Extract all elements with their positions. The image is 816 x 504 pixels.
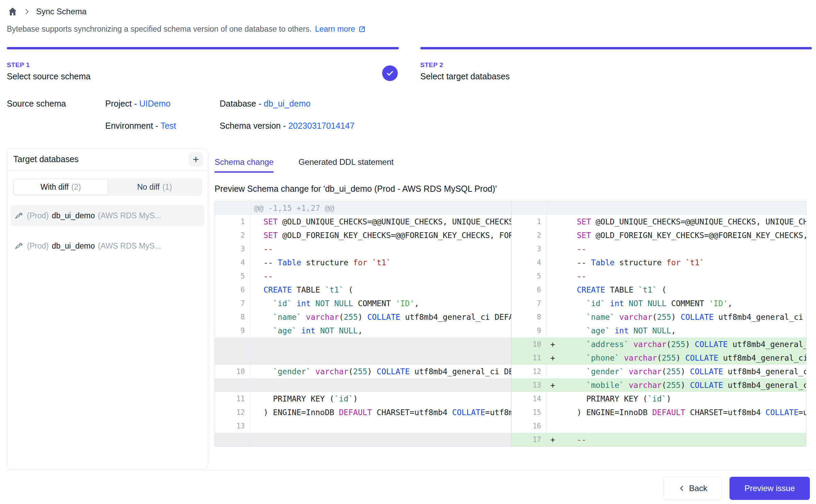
code-line: ) ENGINE=InnoDB DEFAULT CHARSET=utf8mb4 …: [251, 406, 511, 419]
code-line: [251, 419, 511, 433]
code-line: `name` varchar(255) COLLATE utf8mb4_gene…: [251, 310, 511, 324]
code-line: ) ENGINE=InnoDB DEFAULT CHARSET=utf8mb4 …: [564, 406, 806, 419]
code-line: `mobile` varchar(255) COLLATE utf8mb4_ge…: [564, 378, 806, 392]
code-line: `name` varchar(255) COLLATE utf8mb4_gene…: [564, 310, 806, 324]
line-number: 3: [215, 242, 251, 256]
line-number: 8: [215, 310, 251, 324]
code-line: [251, 378, 511, 392]
line-number: 4: [511, 256, 547, 269]
target-database-item[interactable]: (Prod) db_ui_demo (AWS RDS MyS...: [11, 235, 204, 256]
code-line: `gender` varchar(255) COLLATE utf8mb4_ge…: [251, 365, 511, 378]
line-number: 2: [511, 229, 547, 242]
diff-row: 17+--: [215, 433, 806, 446]
database-link[interactable]: db_ui_demo: [264, 99, 311, 108]
code-line: [251, 433, 511, 446]
code-line: PRIMARY KEY (`id`): [564, 392, 806, 406]
code-line: `address` varchar(255) COLLATE utf8mb4_g…: [564, 337, 806, 351]
diff-row: 3--3--: [215, 242, 806, 256]
diff-row: 8 `name` varchar(255) COLLATE utf8mb4_ge…: [215, 310, 806, 324]
project-link[interactable]: UIDemo: [139, 99, 171, 108]
source-project-field: Project - UIDemo: [105, 99, 171, 109]
diff-marker: [547, 256, 564, 269]
source-schema-version-field: Schema version - 20230317014147: [220, 121, 355, 131]
diff-hunk-header-row: @@ -1,15 +1,27 @@: [215, 201, 806, 215]
step2-label: STEP 2: [420, 61, 443, 69]
code-line: SET @OLD_FOREIGN_KEY_CHECKS=@@FOREIGN_KE…: [564, 229, 806, 242]
description-text: Bytebase supports synchronizing a specif…: [7, 25, 312, 34]
diff-row: 10 `gender` varchar(255) COLLATE utf8mb4…: [215, 365, 806, 378]
diff-row: 6CREATE TABLE `t1` (6CREATE TABLE `t1` (: [215, 283, 806, 297]
line-number: 11: [511, 351, 547, 365]
diff-marker: [547, 297, 564, 310]
mysql-icon: [15, 241, 24, 251]
line-number: 11: [215, 392, 251, 406]
line-number: 12: [511, 365, 547, 378]
code-line: [251, 351, 511, 365]
code-line: -- Table structure for `t1`: [251, 256, 511, 269]
code-line: SET @OLD_UNIQUE_CHECKS=@@UNIQUE_CHECKS, …: [564, 215, 806, 229]
diff-row: 5--5--: [215, 269, 806, 283]
code-line: --: [251, 269, 511, 283]
target-databases-title: Target databases: [13, 154, 79, 164]
step1-title: Select source schema: [7, 72, 91, 81]
line-number: 7: [511, 297, 547, 310]
code-line: `id` int NOT NULL COMMENT 'ID',: [564, 297, 806, 310]
line-number: 3: [511, 242, 547, 256]
diff-row: 2SET @OLD_FOREIGN_KEY_CHECKS=@@FOREIGN_K…: [215, 229, 806, 242]
diff-row: 13+ `mobile` varchar(255) COLLATE utf8mb…: [215, 378, 806, 392]
preview-issue-button[interactable]: Preview issue: [729, 477, 810, 500]
diff-marker: +: [547, 337, 564, 351]
chevron-left-icon: [678, 485, 686, 492]
target-database-item[interactable]: (Prod) db_ui_demo (AWS RDS MyS...: [11, 205, 204, 226]
code-line: --: [251, 242, 511, 256]
tab-generated-ddl[interactable]: Generated DDL statement: [298, 157, 393, 173]
tab-schema-change[interactable]: Schema change: [215, 157, 273, 173]
diff-row: 11 PRIMARY KEY (`id`)14 PRIMARY KEY (`id…: [215, 392, 806, 406]
diff-marker: [547, 201, 564, 215]
line-number: 4: [215, 256, 251, 269]
line-number: 13: [215, 419, 251, 433]
diff-marker: [547, 365, 564, 378]
line-number: 2: [215, 229, 251, 242]
diff-row: 12) ENGINE=InnoDB DEFAULT CHARSET=utf8mb…: [215, 406, 806, 419]
back-button[interactable]: Back: [663, 477, 722, 500]
diff-marker: [547, 324, 564, 337]
step1-completed-icon: [382, 65, 398, 81]
diff-marker: [547, 392, 564, 406]
line-number: 10: [215, 365, 251, 378]
mysql-icon: [15, 211, 24, 220]
code-line: --: [564, 433, 806, 446]
diff-marker: [547, 242, 564, 256]
add-target-database-button[interactable]: +: [189, 152, 203, 167]
environment-link[interactable]: Test: [160, 121, 176, 130]
line-number: [215, 433, 251, 446]
line-number-gutter: [215, 201, 251, 215]
diff-marker: [547, 215, 564, 229]
target-databases-panel: Target databases + With diff(2) No diff(…: [7, 148, 208, 469]
home-icon[interactable]: [7, 6, 18, 17]
line-number-gutter: [511, 201, 547, 215]
code-line: `phone` varchar(255) COLLATE utf8mb4_gen…: [564, 351, 806, 365]
learn-more-link[interactable]: Learn more: [315, 25, 366, 34]
source-schema-label: Source schema: [7, 99, 66, 109]
line-number: 8: [511, 310, 547, 324]
source-environment-field: Environment - Test: [105, 121, 176, 131]
tab-with-diff[interactable]: With diff(2): [14, 179, 108, 195]
code-line: [564, 419, 806, 433]
diff-marker: +: [547, 351, 564, 365]
line-number: 13: [511, 378, 547, 392]
diff-marker: [547, 283, 564, 297]
line-number: 1: [511, 215, 547, 229]
line-number: 6: [215, 283, 251, 297]
line-number: [215, 337, 251, 351]
diff-row: 9 `age` int NOT NULL,9 `age` int NOT NUL…: [215, 324, 806, 337]
schema-version-link[interactable]: 20230317014147: [288, 121, 355, 130]
tab-no-diff[interactable]: No diff(1): [108, 179, 202, 195]
diff-row: 10+ `address` varchar(255) COLLATE utf8m…: [215, 337, 806, 351]
code-line: CREATE TABLE `t1` (: [251, 283, 511, 297]
page-description: Bytebase supports synchronizing a specif…: [7, 25, 366, 34]
diff-marker: [547, 229, 564, 242]
sync-schema-page: Sync Schema Bytebase supports synchroniz…: [0, 0, 816, 504]
diff-row: 1SET @OLD_UNIQUE_CHECKS=@@UNIQUE_CHECKS,…: [215, 215, 806, 229]
target-databases-header: Target databases +: [7, 149, 208, 171]
